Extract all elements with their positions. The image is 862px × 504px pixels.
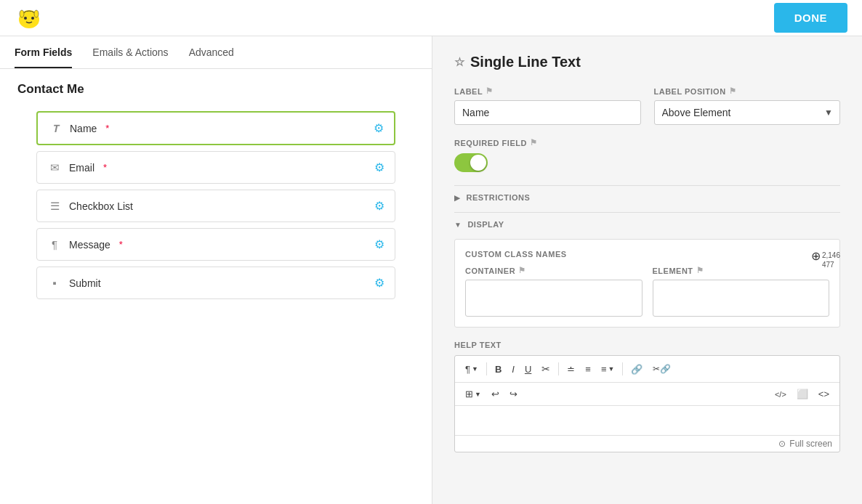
field-label-name: Name [70,123,97,134]
field-row-name[interactable]: 𝙏 Name * ⚙ [36,111,395,145]
toolbar-strikethrough-btn[interactable]: ✂ [537,360,555,378]
toolbar-align-btn[interactable]: ≡ ▼ [597,361,619,378]
toggle-knob [470,155,486,171]
label-position-select-wrap: Above Element Below Element Left Right H… [654,100,841,125]
element-field: ELEMENT ⚑ [653,266,830,317]
label-field-label: LABEL ⚑ [454,86,641,96]
container-label: CONTAINER ⚑ [465,266,643,275]
toolbar-ordered-list-btn[interactable]: ≐ [563,361,579,378]
field-label-email: Email [69,162,94,174]
form-fields-list: 𝙏 Name * ⚙ ✉ Email * ⚙ ☰ Checkbox [0,104,432,306]
paragraph-icon: ¶ [47,238,62,251]
field-row-message[interactable]: ¶ Message * ⚙ [36,228,395,261]
toolbar-underline-btn[interactable]: U [520,361,536,378]
toolbar-table-btn[interactable]: ⊞ ▼ [461,386,486,402]
field-left-message: ¶ Message * [47,238,123,251]
editor-container: ¶ ▼ B I U ✂ ≐ ≡ ≡ ▼ 🔗 ✂🔗 ⊞ ▼ ↩ [454,355,840,452]
editor-toolbar: ¶ ▼ B I U ✂ ≐ ≡ ≡ ▼ 🔗 ✂🔗 [455,356,839,383]
form-title: Contact Me [0,69,432,104]
restrictions-arrow-icon: ▶ [454,194,461,202]
help-text-section: HELP TEXT ¶ ▼ B I U ✂ ≐ ≡ ≡ ▼ 🔗 ✂🔗 [454,341,840,452]
toolbar-italic-btn[interactable]: I [507,361,519,378]
toolbar-unordered-list-btn[interactable]: ≡ [581,361,595,378]
svg-point-4 [20,10,24,17]
gear-icon-email[interactable]: ⚙ [374,160,384,174]
element-info-icon[interactable]: ⚑ [696,266,704,275]
container-field: CONTAINER ⚑ [465,266,643,317]
container-info-icon[interactable]: ⚑ [518,266,526,275]
label-input[interactable] [454,100,641,125]
element-label: ELEMENT ⚑ [653,266,830,275]
tab-form-fields[interactable]: Form Fields [15,36,72,68]
required-star-message: * [119,239,123,250]
required-row: REQUIRED FIELD ⚑ [454,138,840,172]
field-label-checkbox: Checkbox List [69,200,133,212]
toolbar-bold-btn[interactable]: B [491,361,506,378]
label-row: LABEL ⚑ LABEL POSITION ⚑ Above Element B… [454,86,840,125]
field-left-submit: ▪ Submit [47,277,101,289]
toolbar-unlink-btn[interactable]: ✂🔗 [648,361,675,377]
logo-area [15,4,44,33]
field-left-email: ✉ Email * [47,161,107,174]
display-section-header[interactable]: ▼ DISPLAY [454,212,840,236]
toolbar-link-btn[interactable]: 🔗 [627,361,647,378]
editor-body[interactable] [455,406,839,435]
label-group: LABEL ⚑ [454,86,641,125]
logo-icon [15,4,44,33]
display-section: CUSTOM CLASS NAMES CONTAINER ⚑ ELEMENT ⚑ [454,239,840,328]
restrictions-section-header[interactable]: ▶ RESTRICTIONS [454,185,840,209]
field-label-message: Message [69,239,110,251]
text-icon: 𝙏 [48,122,63,135]
required-info-icon[interactable]: ⚑ [530,138,538,147]
gear-icon-name[interactable]: ⚙ [374,121,384,135]
label-position-info-icon[interactable]: ⚑ [729,86,737,96]
email-icon: ✉ [47,161,62,174]
required-star-name: * [105,123,109,134]
editor-toolbar-row2: ⊞ ▼ ↩ ↪ </> ⬜ <> [455,383,839,406]
required-field-label: REQUIRED FIELD ⚑ [454,138,840,147]
top-bar: DONE [0,0,862,36]
toggle-wrap [454,153,840,172]
label-position-label: LABEL POSITION ⚑ [654,86,841,96]
panel-title: ☆ Single Line Text [454,54,840,70]
fullscreen-button[interactable]: ⊙ Full screen [778,439,832,449]
tab-emails-actions[interactable]: Emails & Actions [92,36,168,68]
tabs: Form Fields Emails & Actions Advanced [0,36,432,69]
toolbar-redo-btn[interactable]: ↪ [505,386,522,402]
required-toggle[interactable] [454,153,488,172]
field-row-checkbox[interactable]: ☰ Checkbox List ⚙ [36,190,395,222]
gear-icon-message[interactable]: ⚙ [374,237,384,251]
submit-icon: ▪ [47,277,62,289]
field-row-submit[interactable]: ▪ Submit ⚙ [36,267,395,299]
field-label-submit: Submit [69,277,101,289]
toolbar-source-btn[interactable]: </> [770,387,791,402]
field-row-email[interactable]: ✉ Email * ⚙ [36,151,395,184]
svg-point-2 [24,17,27,20]
expand-icon: ⊙ [778,439,786,449]
panel-title-text: Single Line Text [470,54,581,70]
list-icon: ☰ [47,200,62,213]
toolbar-paragraph-btn[interactable]: ¶ ▼ [461,361,483,378]
label-position-group: LABEL POSITION ⚑ Above Element Below Ele… [654,86,841,125]
gear-icon-checkbox[interactable]: ⚙ [374,199,384,213]
cursor-cross-icon: ⊕ [811,251,821,262]
editor-footer: ⊙ Full screen [455,435,839,452]
main-layout: Form Fields Emails & Actions Advanced Co… [0,36,862,504]
toolbar-undo-btn[interactable]: ↩ [487,386,504,402]
tab-advanced[interactable]: Advanced [189,36,234,68]
done-button[interactable]: DONE [774,3,847,33]
cursor-coords: 2,146 477 [822,251,840,269]
right-panel: ☆ Single Line Text LABEL ⚑ LABEL POSITIO… [432,36,862,504]
container-input[interactable] [465,280,643,317]
label-info-icon[interactable]: ⚑ [486,86,494,96]
gear-icon-submit[interactable]: ⚙ [374,276,384,290]
element-input[interactable] [653,280,830,317]
toolbar-code-btn[interactable]: <> [814,386,834,402]
field-left-checkbox: ☰ Checkbox List [47,200,133,213]
label-position-select[interactable]: Above Element Below Element Left Right H… [654,100,841,125]
toolbar-fullwidth-btn[interactable]: ⬜ [792,386,813,402]
svg-point-3 [31,17,34,20]
star-icon: ☆ [454,55,464,69]
left-panel: Form Fields Emails & Actions Advanced Co… [0,36,432,504]
svg-point-5 [34,10,39,17]
